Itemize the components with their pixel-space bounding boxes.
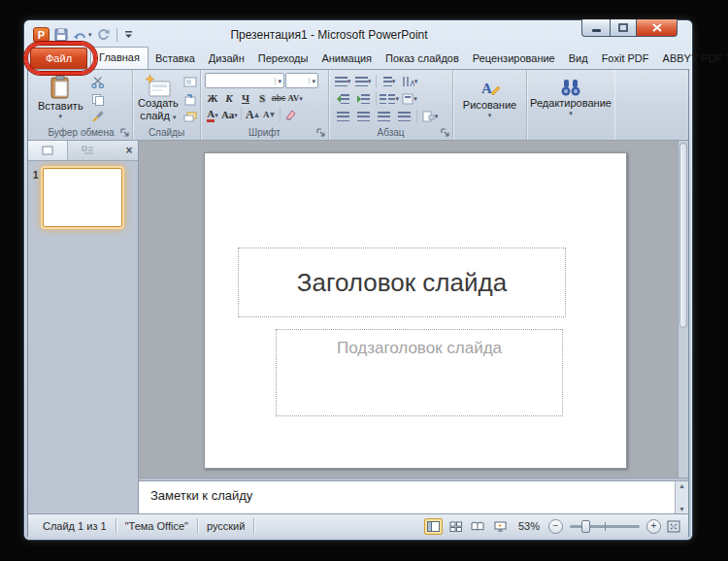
tab-slideshow[interactable]: Показ слайдов [379, 48, 466, 69]
font-name-combo[interactable]: ▾ [205, 73, 284, 88]
title-placeholder[interactable]: Заголовок слайда [238, 248, 566, 317]
line-spacing-icon[interactable]: ▾ [380, 73, 399, 89]
justify-icon[interactable] [394, 108, 414, 124]
shrink-font-button[interactable]: А [261, 107, 277, 122]
fit-slide-to-window-button[interactable] [665, 518, 682, 535]
align-center-icon[interactable] [353, 108, 373, 124]
group-font: ▾ ▾ Ж К Ч S abc AV▾ А▾ Аа▾ А А [201, 70, 329, 140]
paragraph-group-label: Абзац [329, 127, 452, 138]
outline-tab[interactable] [68, 141, 108, 160]
outline-tab-icon [82, 146, 94, 156]
grow-caret-icon [254, 113, 259, 117]
strikethrough-button[interactable]: abc [271, 90, 286, 106]
redo-icon[interactable] [97, 28, 110, 41]
numbering-icon[interactable]: ▾ [353, 73, 373, 89]
reset-slide-icon[interactable] [181, 91, 200, 108]
status-slide-info: Слайд 1 из 1 [34, 518, 116, 534]
tab-review[interactable]: Рецензирование [466, 48, 562, 69]
slide-thumbnail-item[interactable]: 1 [28, 161, 138, 227]
slide-canvas[interactable]: Заголовок слайда Подзаголовок слайда [204, 152, 627, 469]
columns-icon[interactable]: ▾ [380, 90, 399, 107]
undo-dropdown-icon[interactable]: ▾ [88, 31, 92, 38]
close-button[interactable] [636, 19, 678, 37]
status-language[interactable]: русский [198, 518, 254, 534]
editing-dropdown-icon[interactable]: ▾ [569, 110, 573, 116]
tab-design[interactable]: Дизайн [202, 48, 251, 69]
smartart-convert-icon[interactable]: ▾ [420, 108, 440, 124]
grow-font-button[interactable]: А [245, 107, 260, 122]
customize-qat-icon[interactable] [124, 30, 133, 39]
tab-foxit-pdf[interactable]: Foxit PDF [595, 48, 656, 69]
zoom-slider[interactable] [570, 525, 640, 528]
notes-scrollbar[interactable]: ▲ ▼ [675, 481, 688, 513]
drawing-dropdown-icon[interactable]: ▾ [488, 112, 492, 118]
decrease-indent-icon[interactable] [333, 90, 352, 107]
powerpoint-app-icon[interactable]: P [33, 27, 50, 43]
font-size-combo[interactable]: ▾ [285, 73, 318, 88]
zoom-out-button[interactable]: − [548, 519, 563, 534]
paste-button[interactable]: Вставить ▾ [34, 73, 87, 121]
zoom-level[interactable]: 53% [513, 520, 545, 532]
tab-view[interactable]: Вид [562, 48, 595, 69]
change-case-button[interactable]: Аа▾ [221, 107, 238, 122]
zoom-in-button[interactable]: + [646, 519, 661, 534]
reading-view-button[interactable] [469, 518, 487, 535]
minimize-button[interactable] [581, 19, 610, 37]
section-icon[interactable] [181, 109, 200, 125]
scroll-up-icon[interactable]: ▲ [678, 482, 685, 489]
slide-layout-icon[interactable] [181, 74, 200, 90]
text-shadow-button[interactable]: S [254, 90, 270, 106]
scrollbar-thumb[interactable] [679, 143, 687, 328]
bullets-icon[interactable]: ▾ [333, 73, 352, 89]
tab-transitions[interactable]: Переходы [251, 48, 315, 69]
undo-icon[interactable]: ▾ [73, 29, 92, 41]
align-left-icon[interactable] [333, 108, 352, 124]
tab-home[interactable]: Главная [90, 47, 149, 69]
font-color-button[interactable]: А▾ [205, 107, 220, 122]
status-theme[interactable]: "Тема Office" [116, 518, 198, 534]
notes-pane[interactable]: Заметки к слайду ▲ ▼ [139, 481, 688, 513]
zoom-slider-thumb[interactable] [581, 520, 590, 533]
slideshow-view-button[interactable] [491, 518, 510, 535]
scroll-down-icon[interactable]: ▼ [678, 506, 685, 512]
drawing-button[interactable]: А Рисование ▾ [457, 76, 522, 120]
slide-thumbnail[interactable] [43, 168, 122, 227]
new-slide-dropdown-icon[interactable]: ▾ [173, 114, 177, 120]
maximize-button[interactable] [610, 19, 636, 37]
italic-button[interactable]: К [221, 90, 237, 106]
vertical-scrollbar[interactable] [678, 141, 688, 478]
tab-file[interactable]: Файл [30, 48, 87, 69]
font-dialog-launcher-icon[interactable] [316, 128, 325, 137]
align-right-icon[interactable] [374, 108, 393, 124]
format-painter-icon[interactable] [88, 109, 108, 125]
status-bar: Слайд 1 из 1 "Тема Office" русский 53% − [28, 513, 688, 538]
close-panel-icon[interactable]: × [120, 144, 138, 157]
align-text-icon[interactable]: ▾ [400, 90, 419, 107]
bold-button[interactable]: Ж [205, 90, 220, 106]
character-spacing-button[interactable]: AV▾ [287, 90, 303, 106]
slides-tab-icon [42, 145, 53, 156]
clear-formatting-button[interactable] [283, 107, 299, 122]
tab-animations[interactable]: Анимация [314, 48, 379, 69]
tab-insert[interactable]: Вставка [149, 48, 202, 69]
drawing-icon: А [480, 78, 501, 99]
subtitle-placeholder-text: Подзаголовок слайда [337, 339, 502, 357]
title-bar[interactable]: P ▾ Презентация1 - Microsoft PowerPoint [27, 20, 689, 46]
increase-indent-icon[interactable] [353, 90, 373, 107]
tab-abbyy-pdf[interactable]: ABBYY PDF Transformer+ [656, 48, 728, 69]
slides-tab[interactable] [28, 141, 68, 160]
editing-button[interactable]: Редактирование ▾ [531, 76, 611, 118]
subtitle-placeholder[interactable]: Подзаголовок слайда [276, 329, 563, 416]
copy-icon[interactable] [88, 91, 108, 108]
text-direction-icon[interactable]: ▾ [400, 73, 419, 89]
cut-icon[interactable] [88, 74, 108, 90]
save-icon[interactable] [54, 28, 68, 42]
underline-button[interactable]: Ч [238, 90, 253, 106]
shrink-caret-icon [270, 113, 275, 117]
paste-dropdown-icon[interactable]: ▾ [59, 113, 63, 119]
paragraph-dialog-launcher-icon[interactable] [441, 128, 449, 137]
new-slide-button[interactable]: Создать слайд ▾ [137, 73, 180, 123]
clipboard-dialog-launcher-icon[interactable] [120, 128, 129, 137]
normal-view-button[interactable] [424, 518, 443, 535]
slide-sorter-view-button[interactable] [447, 518, 465, 535]
